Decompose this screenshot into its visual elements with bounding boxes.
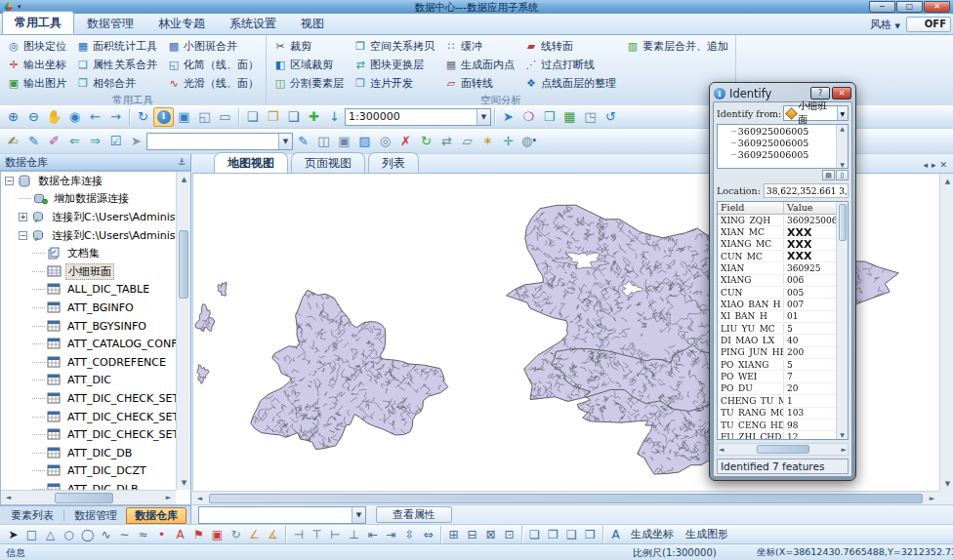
tree-item-ATT_CATALOG_CONF[interactable]: ATT_CATALOG_CONF: [1, 335, 190, 353]
edit-target-combo[interactable]: ▼: [146, 133, 293, 150]
tree-item-ATT_BGYSINFO[interactable]: ATT_BGYSINFO: [1, 317, 190, 336]
distribute-vertical-button[interactable]: ⇔: [419, 526, 437, 543]
feature-item[interactable]: ─360925006005: [718, 125, 848, 137]
center-vertical-button[interactable]: ⇥: [382, 526, 400, 543]
panel-tab-要素列表[interactable]: 要素列表: [2, 507, 62, 524]
generate-shape-button[interactable]: 生成图形: [680, 526, 734, 543]
zoom-out-button[interactable]: ⊖: [23, 107, 44, 127]
close-button[interactable]: ✕: [924, 1, 950, 13]
tree-item-ATT_DIC_CHECK_SET_RULE[interactable]: ATT_DIC_CHECK_SET_RULE: [1, 425, 190, 444]
layer-swap-button[interactable]: ▦: [559, 107, 580, 127]
scroll-left-icon[interactable]: ◄: [192, 491, 207, 505]
tree-item-增加数据源连接[interactable]: 增加数据源连接: [1, 190, 190, 209]
next-view-button[interactable]: →: [105, 107, 126, 127]
draw-text-button[interactable]: A: [171, 526, 189, 543]
tab-scroll-right-icon[interactable]: ▸: [932, 160, 936, 170]
ribbon-tab-常用工具[interactable]: 常用工具: [2, 11, 74, 34]
panel-tab-数据仓库[interactable]: 数据仓库: [126, 507, 186, 524]
tree-vertical-scrollbar[interactable]: ▲ ▼: [176, 172, 190, 490]
btn--[interactable]: ✂裁剪: [270, 37, 347, 56]
align-right-button[interactable]: ⊢: [326, 526, 345, 543]
btn--[interactable]: ⋰过点打断线: [521, 56, 619, 74]
query-combo[interactable]: ▼: [198, 506, 366, 524]
draw-flag-button[interactable]: ⚑: [189, 526, 208, 543]
identify-layer-combo[interactable]: 小细班面 ▼: [783, 105, 849, 121]
list-vertical-scrollbar[interactable]: ▲▼: [836, 125, 848, 168]
fit-size-button[interactable]: ⊡: [500, 526, 518, 543]
field-value-row[interactable]: CUN_MCXXX: [718, 251, 836, 262]
generate-coordinates-button[interactable]: 生成坐标: [625, 526, 680, 543]
field-value-row[interactable]: LIU_YU_MC5: [718, 323, 836, 335]
field-value-row[interactable]: TU_CENG_HD98: [718, 420, 836, 431]
tree-item-ATT_DIC_DCZT[interactable]: ATT_DIC_DCZT: [1, 462, 190, 481]
field-value-row[interactable]: PO_WEI7: [718, 371, 836, 382]
btn--[interactable]: ▥要素层合并、追加: [623, 37, 731, 56]
field-value-row[interactable]: XIANG_MCXXX: [718, 239, 836, 251]
align-left-button[interactable]: ⊣: [289, 526, 308, 543]
same-size-button[interactable]: ⊠: [481, 526, 500, 543]
draw-curve-button[interactable]: ∼: [115, 526, 134, 543]
view-tab-列表[interactable]: 列表: [368, 152, 419, 173]
field-column-header[interactable]: Field: [718, 202, 784, 214]
tab-scroll-left-icon[interactable]: ◂: [923, 160, 928, 170]
field-value-row[interactable]: XING_ZQH360925006005: [718, 215, 836, 226]
tree-item-ATT_DIC_CHECK_SET_LIMIT[interactable]: ATT_DIC_CHECK_SET_LIMIT: [1, 408, 190, 426]
feature-item[interactable]: ─360925006005: [718, 137, 848, 148]
panel-tab-数据管理[interactable]: 数据管理: [65, 507, 126, 524]
tree-item-ATT_CODREFENCE[interactable]: ATT_CODREFENCE: [1, 353, 190, 372]
view-tab-地图视图[interactable]: 地图视图: [214, 152, 288, 173]
tree-horizontal-scrollbar[interactable]: ◄ ►: [1, 490, 176, 504]
ribbon-tab-视图[interactable]: 视图: [289, 13, 336, 34]
add-data-button[interactable]: ✚: [304, 107, 324, 127]
btn--[interactable]: ❏属性关系合并: [73, 56, 160, 74]
tab-close-icon[interactable]: ✕: [939, 160, 947, 170]
ribbon-tab-系统设置[interactable]: 系统设置: [218, 13, 288, 34]
maximize-button[interactable]: ▢: [896, 1, 923, 13]
zoom-feature-button[interactable]: ▯: [836, 170, 849, 180]
scroll-up-icon[interactable]: ▲: [940, 174, 953, 188]
btn--[interactable]: ∿光滑（线、面）: [164, 74, 262, 93]
off-toggle[interactable]: OFF: [906, 17, 951, 32]
btn--[interactable]: ❒相邻合并: [73, 74, 160, 93]
field-value-row[interactable]: XIAO_BAN_H007: [718, 299, 836, 310]
add-layer-button[interactable]: ▣: [174, 107, 194, 127]
btn--[interactable]: ❖点线面层的整理: [521, 74, 619, 93]
collapse-icon[interactable]: −: [19, 231, 27, 240]
tree-item-ATT_BGINFO[interactable]: ATT_BGINFO: [1, 299, 190, 317]
field-value-row[interactable]: XIAN_MCXXX: [718, 226, 836, 238]
btn--[interactable]: ❒连片开发: [351, 74, 437, 93]
field-value-row[interactable]: CHENG_TU_MY1: [718, 395, 836, 407]
select-features-button[interactable]: ➤: [498, 107, 518, 127]
picture-button[interactable]: ▨: [354, 132, 375, 151]
field-value-row[interactable]: PO_XIANG5: [718, 359, 836, 371]
align-bottom-button[interactable]: ⊥: [345, 526, 363, 543]
btn--[interactable]: ◫分割要素层: [270, 74, 347, 93]
table-vertical-scrollbar[interactable]: ▼: [836, 202, 848, 439]
same-width-button[interactable]: ⊞: [444, 526, 463, 543]
split-line-button[interactable]: ✛: [498, 132, 518, 151]
btn--[interactable]: ▰线转面: [521, 37, 619, 56]
same-height-button[interactable]: ⊟: [463, 526, 481, 543]
table-horizontal-scrollbar[interactable]: ◄ ►: [717, 443, 849, 456]
scroll-right-icon[interactable]: ►: [925, 491, 939, 505]
undo-button[interactable]: ⇐: [64, 132, 85, 151]
dialog-help-button[interactable]: ?: [810, 87, 830, 100]
field-value-row[interactable]: TU_RANG_MC103: [718, 408, 836, 420]
draw-freehand-button[interactable]: ≈: [134, 526, 152, 543]
collapse-icon[interactable]: −: [5, 177, 14, 185]
minimize-button[interactable]: ─: [869, 1, 895, 13]
zoom-box-button[interactable]: ▭: [215, 107, 235, 127]
draw-ellipse-button[interactable]: ◯: [78, 526, 97, 543]
copy-feature-button[interactable]: ▣: [334, 132, 354, 151]
btn--[interactable]: ▩小图斑合并: [164, 37, 262, 56]
center-horizontal-button[interactable]: ⇤: [363, 526, 382, 543]
tree-item-ATT_DIC[interactable]: ATT_DIC: [1, 372, 190, 390]
view-attributes-button[interactable]: 查看属性: [376, 506, 452, 523]
field-value-row[interactable]: XIAN360925: [718, 262, 836, 274]
tree-item-文档集[interactable]: 文档集: [1, 244, 190, 262]
select-circle-button[interactable]: ↺: [601, 107, 621, 127]
btn--[interactable]: ▣输出图片: [4, 74, 69, 93]
open-doc-button[interactable]: ❐: [263, 107, 283, 127]
full-extent-button[interactable]: ◉: [64, 107, 85, 127]
scroll-right-icon[interactable]: ►: [161, 491, 176, 505]
